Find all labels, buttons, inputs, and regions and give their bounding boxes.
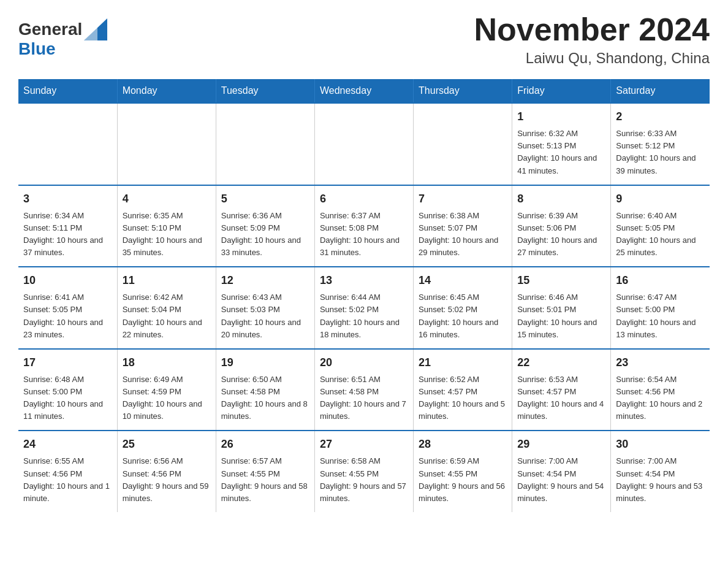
cell-week2-day5: 8Sunrise: 6:39 AMSunset: 5:06 PMDaylight… (512, 185, 611, 267)
day-number: 1 (517, 109, 605, 125)
day-info: Sunrise: 6:43 AMSunset: 5:03 PMDaylight:… (221, 291, 309, 341)
day-number: 10 (23, 272, 112, 289)
calendar-header: Sunday Monday Tuesday Wednesday Thursday… (18, 79, 710, 103)
day-info: Sunrise: 6:45 AMSunset: 5:02 PMDaylight:… (419, 291, 507, 341)
day-number: 16 (616, 272, 705, 289)
cell-week3-day3: 13Sunrise: 6:44 AMSunset: 5:02 PMDayligh… (314, 267, 413, 349)
logo-blue-text: Blue (18, 39, 56, 58)
day-info: Sunrise: 6:40 AMSunset: 5:05 PMDaylight:… (616, 210, 705, 259)
logo: General Blue (18, 18, 107, 58)
logo-triangle-icon (84, 18, 107, 40)
week-row-3: 10Sunrise: 6:41 AMSunset: 5:05 PMDayligh… (18, 267, 710, 349)
day-number: 13 (320, 272, 408, 289)
day-info: Sunrise: 6:52 AMSunset: 4:57 PMDaylight:… (419, 373, 507, 423)
day-info: Sunrise: 6:56 AMSunset: 4:56 PMDaylight:… (123, 455, 211, 505)
day-number: 7 (419, 191, 507, 207)
day-number: 14 (419, 272, 507, 289)
day-number: 21 (419, 354, 507, 371)
day-info: Sunrise: 6:55 AMSunset: 4:56 PMDaylight:… (23, 455, 112, 505)
day-number: 8 (517, 191, 605, 207)
cell-week1-day5: 1Sunrise: 6:32 AMSunset: 5:13 PMDaylight… (512, 103, 611, 185)
day-number: 20 (320, 354, 408, 371)
day-number: 28 (419, 436, 507, 453)
day-number: 5 (221, 191, 309, 207)
cell-week4-day4: 21Sunrise: 6:52 AMSunset: 4:57 PMDayligh… (414, 349, 512, 431)
location-subtitle: Laiwu Qu, Shandong, China (474, 50, 710, 67)
cell-week4-day5: 22Sunrise: 6:53 AMSunset: 4:57 PMDayligh… (512, 349, 611, 431)
day-number: 22 (517, 354, 605, 371)
cell-week1-day1 (117, 103, 216, 185)
cell-week3-day5: 15Sunrise: 6:46 AMSunset: 5:01 PMDayligh… (512, 267, 611, 349)
cell-week3-day6: 16Sunrise: 6:47 AMSunset: 5:00 PMDayligh… (611, 267, 710, 349)
day-number: 23 (616, 354, 705, 371)
day-info: Sunrise: 6:41 AMSunset: 5:05 PMDaylight:… (23, 291, 112, 341)
day-info: Sunrise: 6:42 AMSunset: 5:04 PMDaylight:… (123, 291, 211, 341)
day-info: Sunrise: 6:34 AMSunset: 5:11 PMDaylight:… (23, 210, 112, 259)
day-info: Sunrise: 6:47 AMSunset: 5:00 PMDaylight:… (616, 291, 705, 341)
day-number: 24 (23, 436, 112, 453)
day-info: Sunrise: 6:35 AMSunset: 5:10 PMDaylight:… (123, 210, 211, 259)
header-friday: Friday (512, 79, 611, 103)
month-year-title: November 2024 (474, 12, 710, 47)
svg-marker-1 (84, 27, 97, 40)
cell-week2-day1: 4Sunrise: 6:35 AMSunset: 5:10 PMDaylight… (117, 185, 216, 267)
day-info: Sunrise: 6:59 AMSunset: 4:55 PMDaylight:… (419, 455, 507, 505)
day-number: 19 (221, 354, 309, 371)
day-info: Sunrise: 6:49 AMSunset: 4:59 PMDaylight:… (123, 373, 211, 423)
cell-week3-day2: 12Sunrise: 6:43 AMSunset: 5:03 PMDayligh… (216, 267, 314, 349)
day-info: Sunrise: 6:58 AMSunset: 4:55 PMDaylight:… (320, 455, 408, 505)
cell-week2-day6: 9Sunrise: 6:40 AMSunset: 5:05 PMDaylight… (611, 185, 710, 267)
day-number: 15 (517, 272, 605, 289)
week-row-1: 1Sunrise: 6:32 AMSunset: 5:13 PMDaylight… (18, 103, 710, 185)
week-row-4: 17Sunrise: 6:48 AMSunset: 5:00 PMDayligh… (18, 349, 710, 431)
cell-week5-day4: 28Sunrise: 6:59 AMSunset: 4:55 PMDayligh… (414, 431, 512, 512)
logo-bottom-row: Blue (18, 40, 107, 58)
day-number: 26 (221, 436, 309, 453)
day-info: Sunrise: 6:50 AMSunset: 4:58 PMDaylight:… (221, 373, 309, 423)
cell-week4-day3: 20Sunrise: 6:51 AMSunset: 4:58 PMDayligh… (314, 349, 413, 431)
weekday-header-row: Sunday Monday Tuesday Wednesday Thursday… (18, 79, 710, 103)
cell-week2-day0: 3Sunrise: 6:34 AMSunset: 5:11 PMDaylight… (18, 185, 117, 267)
title-section: November 2024 Laiwu Qu, Shandong, China (474, 12, 710, 67)
day-info: Sunrise: 6:39 AMSunset: 5:06 PMDaylight:… (517, 210, 605, 259)
header-saturday: Saturday (611, 79, 710, 103)
cell-week1-day0 (18, 103, 117, 185)
day-info: Sunrise: 6:46 AMSunset: 5:01 PMDaylight:… (517, 291, 605, 341)
day-info: Sunrise: 7:00 AMSunset: 4:54 PMDaylight:… (616, 455, 705, 505)
day-number: 11 (123, 272, 211, 289)
day-info: Sunrise: 6:36 AMSunset: 5:09 PMDaylight:… (221, 210, 309, 259)
page-header: General Blue November 2024 Laiwu Qu, Sha… (18, 12, 710, 67)
cell-week5-day1: 25Sunrise: 6:56 AMSunset: 4:56 PMDayligh… (117, 431, 216, 512)
cell-week4-day6: 23Sunrise: 6:54 AMSunset: 4:56 PMDayligh… (611, 349, 710, 431)
cell-week5-day6: 30Sunrise: 7:00 AMSunset: 4:54 PMDayligh… (611, 431, 710, 512)
day-number: 2 (616, 109, 705, 125)
day-number: 27 (320, 436, 408, 453)
day-info: Sunrise: 6:54 AMSunset: 4:56 PMDaylight:… (616, 373, 705, 423)
cell-week5-day5: 29Sunrise: 7:00 AMSunset: 4:54 PMDayligh… (512, 431, 611, 512)
day-info: Sunrise: 6:32 AMSunset: 5:13 PMDaylight:… (517, 128, 605, 177)
header-monday: Monday (117, 79, 216, 103)
day-info: Sunrise: 6:37 AMSunset: 5:08 PMDaylight:… (320, 210, 408, 259)
day-info: Sunrise: 6:51 AMSunset: 4:58 PMDaylight:… (320, 373, 408, 423)
cell-week4-day0: 17Sunrise: 6:48 AMSunset: 5:00 PMDayligh… (18, 349, 117, 431)
day-number: 29 (517, 436, 605, 453)
logo-top-row: General (18, 18, 107, 40)
cell-week2-day4: 7Sunrise: 6:38 AMSunset: 5:07 PMDaylight… (414, 185, 512, 267)
cell-week1-day4 (414, 103, 512, 185)
calendar-table: Sunday Monday Tuesday Wednesday Thursday… (18, 79, 710, 512)
day-number: 18 (123, 354, 211, 371)
week-row-5: 24Sunrise: 6:55 AMSunset: 4:56 PMDayligh… (18, 431, 710, 512)
cell-week3-day4: 14Sunrise: 6:45 AMSunset: 5:02 PMDayligh… (414, 267, 512, 349)
day-number: 3 (23, 191, 112, 207)
header-sunday: Sunday (18, 79, 117, 103)
cell-week2-day2: 5Sunrise: 6:36 AMSunset: 5:09 PMDaylight… (216, 185, 314, 267)
day-info: Sunrise: 7:00 AMSunset: 4:54 PMDaylight:… (517, 455, 605, 505)
cell-week3-day0: 10Sunrise: 6:41 AMSunset: 5:05 PMDayligh… (18, 267, 117, 349)
cell-week1-day2 (216, 103, 314, 185)
logo-wrapper: General Blue (18, 18, 107, 58)
day-info: Sunrise: 6:38 AMSunset: 5:07 PMDaylight:… (419, 210, 507, 259)
cell-week4-day1: 18Sunrise: 6:49 AMSunset: 4:59 PMDayligh… (117, 349, 216, 431)
cell-week3-day1: 11Sunrise: 6:42 AMSunset: 5:04 PMDayligh… (117, 267, 216, 349)
cell-week5-day3: 27Sunrise: 6:58 AMSunset: 4:55 PMDayligh… (314, 431, 413, 512)
header-wednesday: Wednesday (314, 79, 413, 103)
